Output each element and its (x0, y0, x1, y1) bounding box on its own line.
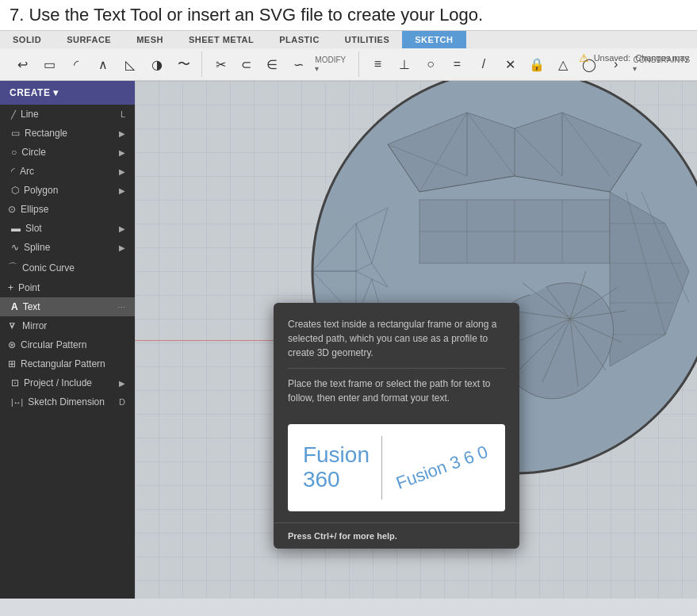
tab-mesh[interactable]: MESH (124, 31, 176, 48)
tab-utilities[interactable]: UTILITIES (332, 31, 402, 48)
tooltip-desc1: Creates text inside a rectangular frame … (288, 317, 505, 360)
mirror-label: Mirror (22, 320, 47, 331)
sketch-tools-group: ↩ ▭ ◜ ∧ ◺ ◑ 〜 (5, 52, 202, 77)
ellipse-label: Ellipse (21, 204, 48, 215)
text-options-icon[interactable]: ⋯ (117, 303, 125, 312)
tooltip-popup: Creates text inside a rectangular frame … (274, 303, 519, 549)
x-tool[interactable]: ✕ (498, 52, 523, 77)
dimension-shortcut: D (119, 397, 125, 407)
sidebar-item-conic[interactable]: ⌒ Conic Curve (0, 257, 135, 278)
create-button[interactable]: CREATE ▾ (0, 81, 135, 105)
dimension-icon: |↔| (11, 398, 23, 407)
slot-label: Slot (25, 223, 42, 234)
circular-pattern-label: Circular Pattern (21, 339, 86, 350)
status-detail: Changes may (635, 53, 689, 63)
status-bar: ⚠ Unsaved: Changes may (571, 48, 697, 67)
conic-label: Conic Curve (22, 262, 75, 274)
project-label: Project / Include (24, 377, 92, 388)
wave2-tool[interactable]: ∽ (286, 52, 311, 77)
line-label: Line (21, 109, 39, 120)
circle-icon: ○ (11, 147, 17, 158)
circle-label: Circle (21, 147, 46, 158)
circle2-tool[interactable]: ○ (418, 52, 442, 77)
slot-submenu-arrow: ▶ (119, 224, 125, 233)
equal-tool[interactable]: = (445, 52, 469, 77)
sidebar-item-rectangle[interactable]: ▭ Rectangle ▶ (0, 124, 135, 143)
polygon-submenu-arrow: ▶ (119, 186, 125, 195)
dimension-label: Sketch Dimension (28, 396, 105, 407)
arc-submenu-arrow: ▶ (119, 167, 125, 176)
perp-tool[interactable]: ⊥ (392, 52, 416, 77)
tab-sheetmetal[interactable]: SHEET METAL (176, 31, 266, 48)
sidebar-item-text[interactable]: A Text ⋯ (0, 297, 135, 316)
slot-icon: ▬ (11, 223, 21, 234)
ellipse-icon: ⊙ (8, 204, 16, 215)
wave-tool[interactable]: 〜 (171, 52, 197, 77)
tab-solid[interactable]: SOLID (0, 31, 54, 48)
curve-tool[interactable]: ⊂ (235, 52, 259, 77)
fusion-text-block: Fusion 360 (303, 443, 370, 492)
sidebar-item-mirror[interactable]: ⛛ Mirror (0, 316, 135, 335)
help-text: Press Ctrl+/ for more help. (288, 531, 397, 541)
fusion-text-path-block: Fusion 3 6 0 (394, 457, 490, 478)
fusion-text-1: Fusion 360 (303, 443, 370, 492)
half-tool[interactable]: ◑ (144, 52, 170, 77)
sidebar-item-circle[interactable]: ○ Circle ▶ (0, 143, 135, 162)
sidebar-item-polygon[interactable]: ⬡ Polygon ▶ (0, 181, 135, 200)
arc2-tool[interactable]: ∧ (90, 52, 116, 77)
rect-tool[interactable]: ▭ (36, 52, 62, 77)
toolbar-icons-row: ↩ ▭ ◜ ∧ ◺ ◑ 〜 ✂ ⊂ ∈ ∽ MODIFY ▾ ≡ ⊥ ○ = /… (0, 48, 697, 80)
slash-tool[interactable]: / (471, 52, 496, 77)
tooltip-desc2: Place the text frame or select the path … (288, 377, 505, 405)
lock-tool[interactable]: 🔒 (524, 52, 549, 77)
sidebar-item-rectangular-pattern[interactable]: ⊞ Rectangular Pattern (0, 354, 135, 373)
sidebar-item-sketch-dimension[interactable]: |↔| Sketch Dimension D (0, 392, 135, 411)
modify-label[interactable]: MODIFY ▾ (312, 55, 353, 73)
polygon-label: Polygon (24, 185, 58, 196)
sidebar-item-point[interactable]: + Point (0, 278, 135, 297)
tooltip-image-divider (381, 436, 382, 499)
conic-icon: ⌒ (8, 261, 17, 274)
project-submenu-arrow: ▶ (119, 379, 125, 388)
sidebar-item-slot[interactable]: ▬ Slot ▶ (0, 219, 135, 238)
canvas-area[interactable]: Creates text inside a rectangular frame … (135, 81, 697, 599)
spline-icon: ∿ (11, 242, 19, 253)
squiggle-tool[interactable]: ∈ (260, 52, 285, 77)
tooltip-image-area: Fusion 360 Fusion 3 6 0 (288, 424, 505, 511)
fusion-text-path: Fusion 3 6 0 (393, 442, 491, 494)
spline-label: Spline (24, 242, 50, 253)
toolbar-area: SOLID SURFACE MESH SHEET METAL PLASTIC U… (0, 31, 697, 81)
rect-submenu-arrow: ▶ (119, 129, 125, 138)
modify-group: ✂ ⊂ ∈ ∽ MODIFY ▾ (204, 52, 359, 77)
line-shortcut: L (121, 109, 125, 119)
rectangular-pattern-label: Rectangular Pattern (21, 358, 105, 369)
point-icon: + (8, 282, 13, 293)
rectangular-pattern-icon: ⊞ (8, 358, 16, 369)
line-icon: ╱ (11, 110, 16, 119)
sidebar-item-arc[interactable]: ◜ Arc ▶ (0, 162, 135, 181)
parallel-tool[interactable]: ≡ (366, 52, 390, 77)
tooltip-footer: Press Ctrl+/ for more help. (274, 522, 519, 549)
sidebar-item-line[interactable]: ╱ Line L (0, 105, 135, 124)
rect-icon: ▭ (11, 128, 20, 139)
status-text: Unsaved: (594, 53, 630, 63)
create-label: CREATE ▾ (10, 87, 59, 98)
tri-tool[interactable]: ◺ (117, 52, 143, 77)
point-label: Point (18, 282, 40, 293)
sidebar-item-project-include[interactable]: ⊡ Project / Include ▶ (0, 373, 135, 392)
sidebar-item-spline[interactable]: ∿ Spline ▶ (0, 238, 135, 257)
rect-label: Rectangle (25, 128, 67, 139)
sidebar-item-ellipse[interactable]: ⊙ Ellipse (0, 200, 135, 219)
mirror-icon: ⛛ (8, 320, 17, 331)
text-label: Text (23, 301, 40, 312)
tab-surface[interactable]: SURFACE (54, 31, 124, 48)
tab-plastic[interactable]: PLASTIC (266, 31, 332, 48)
scissors-tool[interactable]: ✂ (209, 52, 233, 77)
instruction-bar: 7. Use the Text Tool or insert an SVG fi… (0, 0, 697, 31)
undo-tool[interactable]: ↩ (10, 52, 35, 77)
arc1-tool[interactable]: ◜ (63, 52, 89, 77)
arc-label: Arc (20, 166, 34, 177)
tab-sketch[interactable]: SKETCH (402, 31, 465, 48)
project-icon: ⊡ (11, 377, 19, 388)
sidebar-item-circular-pattern[interactable]: ⊛ Circular Pattern (0, 335, 135, 354)
